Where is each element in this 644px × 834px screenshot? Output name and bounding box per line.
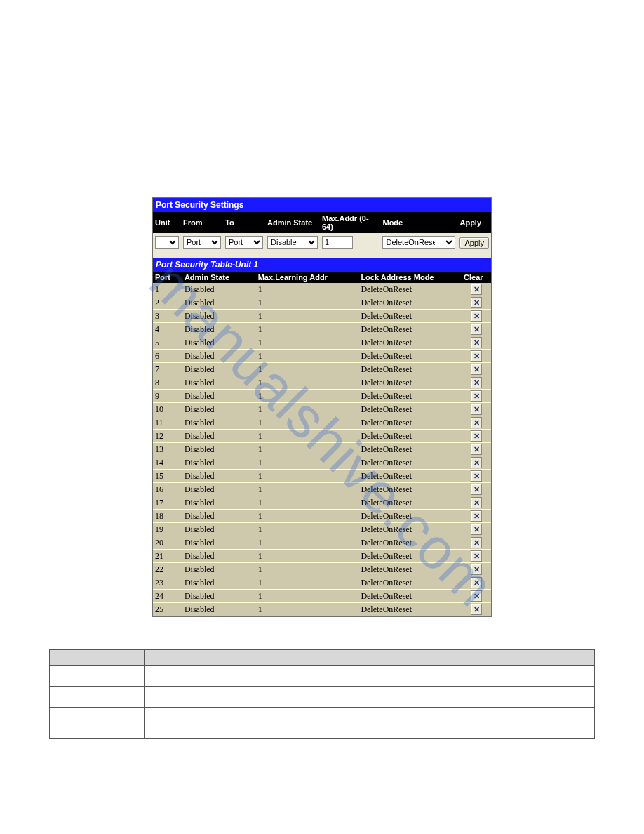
param-cell-2-0 [50,708,145,739]
cell-admin: Disabled [182,403,256,416]
cell-admin: Disabled [182,590,256,603]
cell-clear: ✕ [462,456,491,470]
cell-port: 17 [153,496,182,510]
th-clear: Clear [462,272,491,283]
apply-button[interactable]: Apply [459,237,489,249]
table-row: 18Disabled1DeleteOnReset✕ [153,510,491,523]
clear-button[interactable]: ✕ [471,510,482,522]
cell-max: 1 [256,590,359,603]
table-row: 16Disabled1DeleteOnReset✕ [153,483,491,496]
clear-button[interactable]: ✕ [471,497,482,508]
cell-admin: Disabled [182,376,256,390]
cell-admin: Disabled [182,296,256,310]
cell-max: 1 [256,296,359,310]
cell-max: 1 [256,523,359,536]
cell-admin: Disabled [182,523,256,536]
cell-lock: DeleteOnReset [358,443,462,456]
clear-button[interactable]: ✕ [471,590,482,602]
unit-select[interactable]: 1 [155,236,179,249]
clear-button[interactable]: ✕ [471,537,482,548]
clear-button[interactable]: ✕ [471,430,482,442]
clear-button[interactable]: ✕ [471,390,482,402]
table-row: 7Disabled1DeleteOnReset✕ [153,363,491,376]
clear-button[interactable]: ✕ [471,364,482,375]
hdr-from: From [181,212,223,233]
cell-clear: ✕ [462,510,491,523]
mode-select[interactable]: DeleteOnReset [382,236,455,249]
cell-max: 1 [256,563,359,576]
clear-button[interactable]: ✕ [471,284,482,295]
cell-admin: Disabled [182,283,256,296]
cell-clear: ✕ [462,603,491,616]
clear-button[interactable]: ✕ [471,404,482,415]
admin-state-select[interactable]: Disabled [267,236,318,249]
cell-port: 11 [153,416,182,430]
clear-button[interactable]: ✕ [471,417,482,428]
table-row: 10Disabled1DeleteOnReset✕ [153,403,491,416]
cell-admin: Disabled [182,336,256,350]
table-row: 5Disabled1DeleteOnReset✕ [153,336,491,350]
cell-port: 16 [153,483,182,496]
clear-button[interactable]: ✕ [471,324,482,335]
cell-clear: ✕ [462,296,491,310]
clear-button[interactable]: ✕ [471,337,482,348]
clear-button[interactable]: ✕ [471,310,482,322]
cell-admin: Disabled [182,443,256,456]
th-admin: Admin State [182,272,256,283]
cell-lock: DeleteOnReset [358,350,462,363]
clear-button[interactable]: ✕ [471,550,482,562]
table-row: 13Disabled1DeleteOnReset✕ [153,443,491,456]
clear-button[interactable]: ✕ [471,604,482,615]
cell-port: 3 [153,310,182,323]
cell-clear: ✕ [462,430,491,443]
clear-button[interactable]: ✕ [471,377,482,388]
cell-clear: ✕ [462,336,491,350]
cell-lock: DeleteOnReset [358,390,462,403]
cell-lock: DeleteOnReset [358,563,462,576]
clear-button[interactable]: ✕ [471,484,482,495]
clear-button[interactable]: ✕ [471,457,482,468]
param-cell-0-0 [50,666,145,687]
clear-button[interactable]: ✕ [471,577,482,588]
cell-port: 23 [153,576,182,590]
clear-button[interactable]: ✕ [471,350,482,362]
clear-button[interactable]: ✕ [471,470,482,482]
cell-port: 8 [153,376,182,390]
cell-max: 1 [256,456,359,470]
cell-max: 1 [256,430,359,443]
cell-max: 1 [256,310,359,323]
param-cell-1-0 [50,687,145,708]
table-row: 9Disabled1DeleteOnReset✕ [153,390,491,403]
cell-lock: DeleteOnReset [358,296,462,310]
cell-lock: DeleteOnReset [358,283,462,296]
cell-lock: DeleteOnReset [358,336,462,350]
clear-button[interactable]: ✕ [471,297,482,308]
from-select[interactable]: Port 1 [183,236,221,249]
cell-lock: DeleteOnReset [358,536,462,550]
cell-lock: DeleteOnReset [358,456,462,470]
clear-button[interactable]: ✕ [471,444,482,455]
table-section-title: Port Security Table-Unit 1 [153,258,491,272]
cell-admin: Disabled [182,350,256,363]
cell-lock: DeleteOnReset [358,376,462,390]
cell-clear: ✕ [462,496,491,510]
table-row: 3Disabled1DeleteOnReset✕ [153,310,491,323]
clear-button[interactable]: ✕ [471,524,482,535]
max-addr-input[interactable] [322,236,353,249]
table-row: 8Disabled1DeleteOnReset✕ [153,376,491,390]
param-hdr-parameter [50,650,145,666]
table-row: 17Disabled1DeleteOnReset✕ [153,496,491,510]
cell-clear: ✕ [462,483,491,496]
cell-port: 9 [153,390,182,403]
cell-clear: ✕ [462,403,491,416]
table-row: 23Disabled1DeleteOnReset✕ [153,576,491,590]
to-select[interactable]: Port 1 [225,236,263,249]
hdr-mode: Mode [380,212,457,233]
cell-port: 12 [153,430,182,443]
cell-max: 1 [256,376,359,390]
figure-caption [49,624,595,637]
cell-lock: DeleteOnReset [358,483,462,496]
th-lock: Lock Address Mode [358,272,462,283]
cell-admin: Disabled [182,510,256,523]
clear-button[interactable]: ✕ [471,564,482,575]
